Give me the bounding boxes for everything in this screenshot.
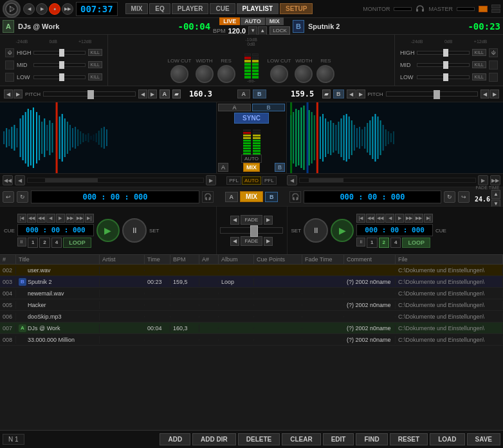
scroll-a-prev[interactable]: ◀◀ bbox=[3, 175, 13, 185]
width-knob-a-ctrl[interactable] bbox=[196, 65, 214, 83]
loop-2-a[interactable]: 2 bbox=[39, 238, 50, 248]
scroll-b-back[interactable]: ◀ bbox=[287, 175, 297, 185]
res-knob-b-ctrl[interactable] bbox=[316, 65, 334, 83]
pitch-b-right2[interactable]: ▶ bbox=[490, 89, 499, 98]
pitch-b-left2[interactable]: ◀ bbox=[480, 89, 489, 98]
pitch-b-slider[interactable] bbox=[386, 91, 479, 97]
eq-mid-power-right[interactable] bbox=[489, 61, 498, 70]
find-btn[interactable]: FIND bbox=[356, 433, 387, 445]
eq-btn[interactable]: EQ bbox=[149, 3, 170, 14]
low-cut-knob-b-ctrl[interactable] bbox=[270, 65, 288, 83]
play-btn[interactable]: ▶ bbox=[36, 3, 48, 15]
loop-4-b[interactable]: 4 bbox=[390, 238, 401, 248]
setup-btn[interactable]: SETUP bbox=[280, 3, 313, 14]
scroll-a-fwd[interactable]: ▶ bbox=[206, 175, 216, 185]
add-btn[interactable]: ADD bbox=[160, 433, 190, 445]
fade-b-btn[interactable]: FADE bbox=[241, 236, 263, 246]
bpm-up[interactable]: ▲ bbox=[258, 26, 267, 35]
scroll-b-fwd[interactable]: ▶ bbox=[478, 175, 488, 185]
seq-a-2[interactable]: ◀◀ bbox=[27, 214, 36, 223]
sync-btn[interactable]: SYNC bbox=[234, 113, 269, 124]
fade-a-left[interactable]: ◀ bbox=[230, 216, 239, 225]
eq-mid-slider-right[interactable] bbox=[417, 63, 470, 67]
loop-2-b[interactable]: 2 bbox=[379, 238, 389, 248]
width-knob-b-ctrl[interactable] bbox=[295, 65, 313, 83]
loop-1-a[interactable]: 1 bbox=[28, 238, 38, 248]
fade-a-right[interactable]: ▶ bbox=[264, 216, 273, 225]
b-label-center[interactable]: B bbox=[265, 192, 279, 202]
kill-mid-right[interactable]: KILL bbox=[472, 61, 486, 68]
eq-high-slider-right[interactable] bbox=[417, 51, 470, 55]
pause-a[interactable]: ⏸ bbox=[17, 238, 26, 247]
fade-up[interactable]: ▲ bbox=[491, 190, 500, 199]
reset-btn[interactable]: RESET bbox=[390, 433, 428, 445]
eq-high-power-right[interactable]: ⏻ bbox=[489, 48, 498, 57]
time-b-loop[interactable]: ↻ bbox=[444, 191, 455, 203]
seq-a-4[interactable]: ◀ bbox=[46, 214, 55, 223]
scroll-a-bar[interactable] bbox=[27, 178, 204, 183]
auto-mix-label[interactable]: AUTO bbox=[242, 176, 261, 185]
loop-label-a[interactable]: LOOP bbox=[63, 238, 91, 248]
rec-btn[interactable]: ● bbox=[49, 3, 60, 15]
play-large-a[interactable]: ▶ bbox=[96, 219, 120, 242]
play-large-b[interactable]: ▶ bbox=[331, 219, 354, 242]
pfl-label-left[interactable]: PFL bbox=[226, 176, 241, 185]
seq-a-1[interactable]: |◀ bbox=[17, 214, 26, 223]
utility-btn-2[interactable] bbox=[491, 9, 500, 13]
cue-btn[interactable]: CUE bbox=[210, 3, 235, 14]
seq-a-6[interactable]: ▶▶ bbox=[66, 214, 75, 223]
kill-high-right[interactable]: KILL bbox=[472, 49, 486, 56]
seq-a-5[interactable]: ▶ bbox=[56, 214, 65, 223]
clear-btn[interactable]: CLEAR bbox=[282, 433, 320, 445]
playlist-rows[interactable]: 002 user.wav C:\Dokumente und Einstellun… bbox=[0, 265, 503, 430]
add-dir-btn[interactable]: ADD DIR bbox=[192, 433, 236, 445]
seq-b-7[interactable]: ▶▶ bbox=[414, 214, 423, 223]
seq-b-1[interactable]: |◀ bbox=[356, 214, 365, 223]
pfl-label-right[interactable]: PFL bbox=[262, 176, 277, 185]
seq-a-3[interactable]: ◀◀ bbox=[37, 214, 46, 223]
live-btn[interactable]: LIVE bbox=[219, 17, 240, 25]
table-row[interactable]: 006 dooSkip.mp3 C:\Dokumente und Einstel… bbox=[0, 311, 503, 322]
eq-low-power-left[interactable] bbox=[5, 73, 14, 82]
res-knob-a-ctrl[interactable] bbox=[217, 65, 235, 83]
table-row[interactable]: 005 Hacker (?) 2002 n0name C:\Dokumente … bbox=[0, 299, 503, 311]
kill-high-left[interactable]: KILL bbox=[88, 49, 102, 56]
scroll-b-bar[interactable] bbox=[299, 178, 476, 183]
loop-4-a[interactable]: 4 bbox=[51, 238, 62, 248]
loop-1-b[interactable]: 1 bbox=[367, 238, 377, 248]
mix-center-btn[interactable]: MIX bbox=[240, 191, 263, 202]
eq-mid-slider-left[interactable] bbox=[33, 63, 86, 67]
pitch-a-left2[interactable]: ◀ bbox=[138, 89, 147, 98]
kill-low-left[interactable]: KILL bbox=[88, 73, 102, 80]
a-label-center[interactable]: A bbox=[225, 192, 239, 202]
table-row[interactable]: 007 A DJs @ Work 00:04 160,3 (?) 2002 n0… bbox=[0, 322, 503, 334]
monitor-slider[interactable] bbox=[394, 7, 412, 11]
fade-a-btn[interactable]: FADE bbox=[241, 215, 263, 225]
seq-a-8[interactable]: ▶| bbox=[85, 214, 94, 223]
table-row[interactable]: 003 B Sputnik 2 00:23 159,5 Loop (?) 200… bbox=[0, 276, 503, 288]
fade-b-right[interactable]: ▶ bbox=[264, 237, 273, 246]
player-btn[interactable]: PLAYER bbox=[172, 3, 209, 14]
next-btn[interactable]: ▶▶ bbox=[62, 3, 73, 15]
pause-large-b[interactable]: ⏸ bbox=[304, 218, 328, 243]
auto-btn[interactable]: AUTO bbox=[241, 17, 264, 25]
master-slider[interactable] bbox=[457, 7, 475, 11]
bpm-down[interactable]: ▼ bbox=[248, 26, 257, 35]
eq-low-power-right[interactable] bbox=[489, 73, 498, 82]
pause-b[interactable]: ⏸ bbox=[356, 238, 365, 247]
pitch-b-left[interactable]: ◀ bbox=[347, 89, 356, 98]
seq-a-7[interactable]: ▶▶ bbox=[75, 214, 84, 223]
loop-label-b[interactable]: LOOP bbox=[402, 238, 430, 248]
pitch-a-slider[interactable] bbox=[43, 91, 136, 97]
mix-btn[interactable]: MIX bbox=[125, 3, 149, 14]
headphone-a[interactable]: 🎧 bbox=[202, 191, 214, 203]
pitch-a-right2[interactable]: ▶ bbox=[148, 89, 157, 98]
edit-btn[interactable]: EDIT bbox=[323, 433, 354, 445]
eq-high-power-left[interactable]: ⏻ bbox=[5, 48, 14, 57]
utility-btn-1[interactable] bbox=[491, 5, 500, 8]
delete-btn[interactable]: DELETE bbox=[238, 433, 280, 445]
seq-b-3[interactable]: ◀◀ bbox=[376, 214, 385, 223]
time-b-next[interactable]: ↪ bbox=[458, 191, 470, 203]
fade-b-left[interactable]: ◀ bbox=[230, 237, 239, 246]
scroll-a-back[interactable]: ◀ bbox=[15, 175, 25, 185]
